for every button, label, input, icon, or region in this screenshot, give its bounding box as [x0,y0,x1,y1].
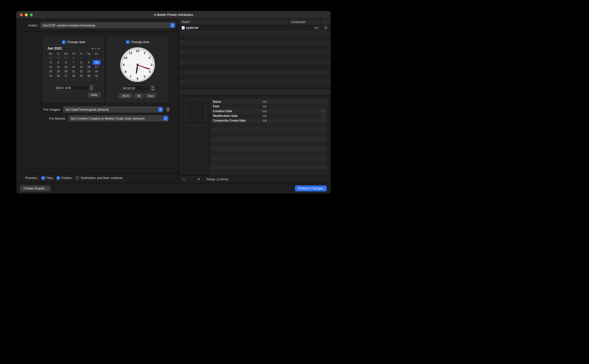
calendar-day[interactable]: 18 [47,69,55,74]
calendar-day[interactable]: 28 [47,56,55,60]
process-folders-label: Folders [61,176,72,180]
calendar-day[interactable]: 11 [47,65,55,69]
process-subfolders-checkbox[interactable] [76,176,79,180]
calendar-day[interactable]: 17 [93,65,100,69]
clock-number: 12 [136,49,139,53]
zero-min-sec-button[interactable]: :00:00 [119,93,132,98]
calendar-day[interactable]: 24 [93,69,100,74]
calendar-day[interactable]: 31 [70,56,78,60]
help-button[interactable]: ? [166,107,170,112]
for-images-label: For Images: [43,108,61,111]
change-date-label: Change date [67,40,85,44]
calendar[interactable]: Jan 2021 ◀ ● ▶ MoTuWeThFrSaSu28293031123… [47,46,100,82]
calendar-day[interactable]: 7 [93,78,100,82]
calendar-day[interactable]: 10 [93,60,100,65]
calendar-day[interactable]: 25 [47,74,55,78]
change-date-panel: Change date Jan 2021 ◀ ● ▶ [43,37,104,102]
calendar-day[interactable]: 3 [93,56,100,60]
calendar-day[interactable]: 6 [85,78,93,82]
metadata-key: Composite Create Date [213,119,263,122]
today-button[interactable]: Today [88,92,100,97]
clear-files-button[interactable]: ✕ [197,177,201,181]
calendar-day[interactable]: 29 [77,74,85,78]
calendar-day[interactable]: 5 [55,60,62,65]
calendar-day[interactable]: 30 [85,74,93,78]
clock-number: 10 [124,56,127,60]
clock-number: 4 [149,70,150,74]
metadata-key: Path [213,105,263,108]
date-field[interactable]: 2021/ 1/10 [54,85,89,90]
metadata-key: Name [213,100,263,104]
for-images-dropdown[interactable]: Set DateTimeOriginal (default) [63,106,163,112]
minimize-window-button[interactable] [25,13,28,16]
process-files-checkbox[interactable] [41,176,45,180]
calendar-day[interactable]: 21 [70,69,78,74]
chevrons-icon [170,23,175,27]
calendar-day[interactable]: 28 [70,74,78,78]
col-name[interactable]: Name [179,19,289,25]
close-window-button[interactable] [20,13,23,16]
calendar-day[interactable]: 20 [62,69,70,74]
file-list[interactable]: sysin.txtn/a✕ [179,25,331,96]
calendar-day[interactable]: 2 [85,56,93,60]
status-text: Ready. (1 items). [206,178,229,181]
metadata-value: n/a [263,114,302,118]
app-window: A Better Finder Attributes Action: Set E… [16,11,331,194]
apply-arrow-button[interactable]: → [321,109,325,113]
calendar-day[interactable]: 14 [70,65,78,69]
metadata-row: Pathn/a [211,104,327,109]
clock-number: 11 [129,51,132,54]
zoom-window-button[interactable] [30,13,33,16]
now-button[interactable]: Now [145,93,156,98]
calendar-day[interactable]: 4 [70,78,78,82]
create-droplet-button[interactable]: Create Droplet... [20,185,50,191]
process-folders-checkbox[interactable] [57,176,60,180]
calendar-day[interactable]: 15 [77,65,85,69]
calendar-day[interactable]: 29 [55,56,62,60]
clock-number: 2 [149,56,150,60]
for-movies-dropdown[interactable]: Set Content Creation & Media Create Date… [68,115,169,121]
date-stepper[interactable]: ▲▼ [90,85,93,90]
metadata-value: n/a [263,109,302,113]
time-field[interactable]: 18:18:18 [121,85,150,91]
apply-arrow-button[interactable]: → [321,114,325,118]
calendar-day[interactable]: 2 [55,78,62,82]
calendar-today-dot-icon[interactable]: ● [95,47,96,50]
perform-changes-button[interactable]: Perform Changes [295,185,327,191]
calendar-day[interactable]: 12 [55,65,62,69]
change-time-label: Change time [131,40,149,44]
zero-sec-button[interactable]: :00 [134,93,143,98]
calendar-day[interactable]: 1 [77,56,85,60]
calendar-day[interactable]: 7 [70,60,78,65]
calendar-day[interactable]: 30 [62,56,70,60]
calendar-prev-icon[interactable]: ◀ [91,47,93,50]
calendar-day[interactable]: 9 [85,60,93,65]
metadata-row: Modification Daten/a→ [211,113,327,118]
action-dropdown[interactable]: Set EXIF content creation timestamp [41,22,176,28]
calendar-day[interactable]: 27 [62,74,70,78]
time-stepper[interactable]: ▲▼ [151,85,155,91]
remove-row-button[interactable]: ✕ [324,26,327,29]
change-time-checkbox[interactable] [126,40,129,44]
add-file-button[interactable]: ＋ [182,177,186,182]
calendar-day[interactable]: 4 [47,60,55,65]
calendar-day[interactable]: 3 [62,78,70,82]
calendar-day[interactable]: 19 [55,69,62,74]
calendar-day[interactable]: 13 [62,65,70,69]
calendar-day[interactable]: 8 [77,60,85,65]
calendar-day[interactable]: 6 [62,60,70,65]
calendar-day[interactable]: 26 [55,74,62,78]
for-movies-label: For Movies: [43,117,66,120]
calendar-next-icon[interactable]: ▶ [98,47,100,50]
col-composite[interactable]: Composite [289,19,321,25]
remove-file-button[interactable]: － [190,177,193,182]
calendar-day[interactable]: 31 [93,74,100,78]
calendar-day[interactable]: 22 [77,69,85,74]
calendar-day[interactable]: 1 [47,78,55,82]
calendar-day[interactable]: 23 [85,69,93,74]
calendar-day[interactable]: 5 [77,78,85,82]
file-row[interactable]: sysin.txtn/a✕ [179,25,331,30]
calendar-day[interactable]: 16 [85,65,93,69]
analog-clock[interactable]: PM 121234567891011 [120,47,155,82]
change-date-checkbox[interactable] [62,40,65,44]
